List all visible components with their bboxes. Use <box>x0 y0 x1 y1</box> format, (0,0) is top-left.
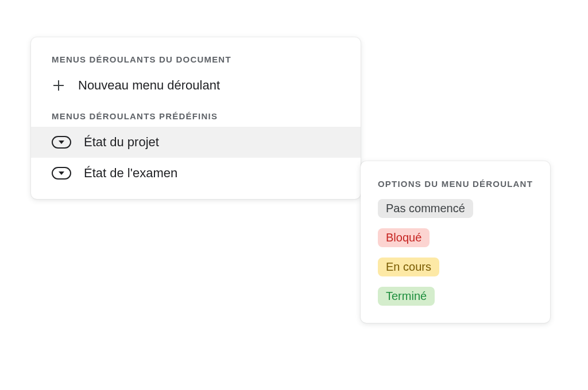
status-chip-in-progress[interactable]: En cours <box>378 258 439 276</box>
preset-label: État du projet <box>84 135 159 150</box>
preset-row-project-status[interactable]: État du projet <box>31 127 361 158</box>
new-dropdown-label: Nouveau menu déroulant <box>78 78 220 93</box>
plus-icon <box>52 79 65 92</box>
chevron-down-icon <box>59 171 64 175</box>
dropdown-options-panel: Options du menu déroulant Pas commencé B… <box>361 161 550 323</box>
preset-label: État de l'examen <box>84 166 177 181</box>
chip-list: Pas commencé Bloqué En cours Terminé <box>378 199 533 306</box>
section-heading-preset-dropdowns: Menus déroulants prédéfinis <box>31 101 361 127</box>
status-chip-not-started[interactable]: Pas commencé <box>378 199 473 218</box>
dropdown-pill-icon <box>52 167 71 180</box>
dropdown-picker-panel: Menus déroulants du document Nouveau men… <box>31 37 361 199</box>
options-heading: Options du menu déroulant <box>378 177 533 191</box>
preset-row-review-status[interactable]: État de l'examen <box>31 158 361 189</box>
chevron-down-icon <box>59 141 64 144</box>
status-chip-done[interactable]: Terminé <box>378 287 435 306</box>
section-heading-document-dropdowns: Menus déroulants du document <box>31 37 361 70</box>
dropdown-pill-icon <box>52 136 71 149</box>
status-chip-blocked[interactable]: Bloqué <box>378 228 430 247</box>
new-dropdown-row[interactable]: Nouveau menu déroulant <box>31 70 361 101</box>
